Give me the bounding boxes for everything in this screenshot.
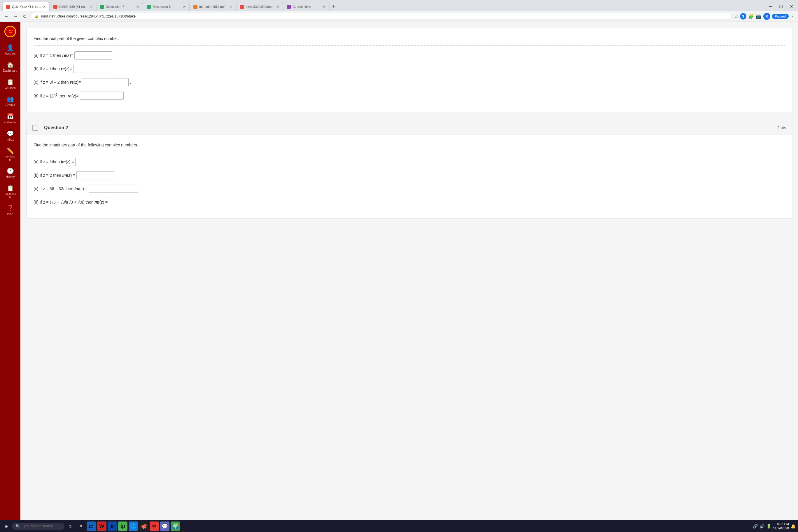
menu-icon[interactable]: ⋮: [791, 14, 795, 19]
q2c-input[interactable]: [89, 185, 138, 193]
sidebar-label-portfolio: Portfoliom: [5, 155, 15, 162]
paused-button[interactable]: Paused: [772, 14, 788, 19]
taskbar-tip[interactable]: tp: [118, 521, 128, 531]
q1b-label: (b) If z = i then re(z)=: [34, 65, 72, 73]
tab-label-pdf: m2-soln-fall19.pdf: [199, 5, 228, 8]
q2d-label: (d) If z = (√3 − √3i)(√3 + √3i) then Im(…: [34, 198, 108, 206]
tab-favicon-pdf: [193, 5, 197, 9]
tab-close-quiz[interactable]: ✕: [43, 5, 46, 9]
sidebar-item-portfolio[interactable]: ✏️ Portfoliom: [0, 145, 20, 165]
network-icon[interactable]: 🔗: [753, 524, 758, 529]
address-bar-actions: ☆ S 🧩 📺 R Paused ⋮: [734, 13, 795, 20]
battery-icon[interactable]: 🔋: [766, 524, 771, 529]
taskbar-search-box[interactable]: 🔍: [12, 523, 64, 530]
sidebar-item-inbox[interactable]: 💬 Inbox: [0, 127, 20, 145]
question-2-card: Question 2 2 pts Find the imaginary part…: [26, 121, 792, 219]
sidebar-logo[interactable]: UNIVMD: [3, 24, 18, 39]
content-area: Find the real part of the given complex …: [20, 22, 798, 520]
tab-disc7[interactable]: Discussion-7 ✕: [96, 2, 143, 11]
tab-ch[interactable]: Course Hero ✕: [283, 2, 329, 11]
s-icon[interactable]: S: [740, 13, 746, 20]
reload-button[interactable]: ↻: [22, 13, 28, 20]
sidebar-item-dashboard[interactable]: 🏠 Dashboard: [0, 58, 20, 76]
sidebar-item-courseeval[interactable]: 📋 CourseEval: [0, 182, 20, 202]
tab-close-notes[interactable]: ✕: [276, 5, 279, 9]
tab-close-disc8[interactable]: ✕: [183, 5, 186, 9]
tab-label-disc8: Discussion 8: [153, 5, 181, 8]
q2-title: Question 2: [44, 125, 68, 130]
q2-points: 2 pts: [777, 126, 786, 130]
q1c-input[interactable]: [82, 78, 129, 86]
tab-quiz[interactable]: Quiz: Quiz #11: co... ✕: [2, 2, 50, 11]
tab-notes[interactable]: cmsc330fall20/not... ✕: [236, 2, 283, 11]
close-button[interactable]: ✕: [787, 3, 796, 10]
q1d-label: (d) If z = (2i)2 then re(z)=: [34, 92, 79, 100]
sidebar-item-courses[interactable]: 📋 Courses: [0, 76, 20, 93]
taskbar-time-text: 8:26 PM: [773, 522, 789, 526]
bookmark-icon[interactable]: ☆: [734, 14, 738, 19]
notification-icon[interactable]: 🔔: [791, 524, 796, 529]
taskbar-task-view[interactable]: ⧉: [76, 521, 86, 531]
forward-button[interactable]: →: [12, 13, 19, 20]
taskbar-git[interactable]: 🐙: [139, 521, 149, 531]
taskbar-date-text: 11/14/2020: [773, 526, 789, 531]
tab-disc8[interactable]: Discussion 8 ✕: [143, 2, 190, 11]
q2b-input[interactable]: [76, 171, 114, 179]
sidebar-item-calendar[interactable]: 📅 Calendar: [0, 110, 20, 127]
q1-part-a: (a) If z = 1 then re(z)= .: [34, 51, 785, 59]
url-input[interactable]: 🔒 umd.instructure.com/courses/1294540/qu…: [30, 13, 732, 20]
q2-flag-checkbox[interactable]: [32, 125, 38, 131]
tab-close-disc7[interactable]: ✕: [136, 5, 139, 9]
taskbar-mail[interactable]: ✉: [150, 521, 159, 531]
history-icon: 🕐: [7, 167, 14, 174]
new-tab-button[interactable]: +: [329, 3, 338, 10]
sidebar-item-help[interactable]: ❓ Help: [0, 202, 20, 219]
tab-close-pdf[interactable]: ✕: [230, 5, 232, 9]
start-button[interactable]: ⊞: [2, 522, 11, 530]
taskbar-cortana[interactable]: ○: [65, 521, 75, 531]
taskbar-search-input[interactable]: [22, 524, 63, 528]
tab-favicon-notes: [240, 5, 244, 9]
taskbar-chrome[interactable]: 🌍: [171, 521, 180, 531]
sidebar-label-groups: Groups: [5, 103, 15, 107]
tab-close-ch[interactable]: ✕: [323, 5, 326, 9]
q1d-input[interactable]: [80, 92, 124, 100]
q1b-input[interactable]: [73, 65, 111, 73]
taskbar-chrome-blue[interactable]: 🌐: [129, 521, 138, 531]
tab-close-cmsc[interactable]: ✕: [90, 5, 93, 9]
q2a-period: .: [114, 158, 115, 166]
extensions-icon[interactable]: 🧩: [748, 14, 754, 19]
profile-avatar[interactable]: R: [763, 13, 770, 20]
taskbar-clock[interactable]: 8:26 PM 11/14/2020: [773, 522, 789, 531]
question-2-header: Question 2 2 pts: [26, 121, 792, 134]
q2c-period: .: [139, 185, 140, 192]
q1-instruction: Find the real part of the given complex …: [34, 35, 785, 42]
question-1-card: Find the real part of the given complex …: [26, 28, 792, 112]
volume-icon[interactable]: 🔊: [760, 524, 764, 529]
sidebar-label-account: Account: [5, 52, 16, 55]
tab-pdf[interactable]: m2-soln-fall19.pdf ✕: [190, 2, 236, 11]
q1d-period: .: [125, 92, 126, 99]
q2d-input[interactable]: [109, 198, 161, 206]
q2a-input[interactable]: [75, 158, 113, 166]
sidebar-label-dashboard: Dashboard: [3, 69, 18, 73]
search-icon: 🔍: [16, 524, 20, 529]
sidebar-item-account[interactable]: 👤 Account: [0, 41, 20, 58]
q1a-label: (a) If z = 1 then re(z)=: [34, 52, 73, 59]
q2b-label: (b) If z = 2 then Im(z) =: [34, 172, 75, 179]
q1a-input[interactable]: [74, 51, 112, 59]
back-button[interactable]: ←: [3, 13, 10, 20]
restore-button[interactable]: ❐: [777, 3, 785, 10]
sidebar-item-history[interactable]: 🕐 History: [0, 165, 20, 182]
taskbar-discord[interactable]: 💬: [160, 521, 169, 531]
tab-cmsc[interactable]: CMSC 330 (81 un... ✕: [50, 2, 96, 11]
taskbar-edge[interactable]: e: [108, 521, 117, 531]
q2-part-c: (c) If z = 66 − 33i then Im(z) = .: [34, 185, 785, 193]
taskbar-word[interactable]: W: [97, 521, 107, 531]
minimize-button[interactable]: ─: [767, 3, 774, 10]
cast-icon[interactable]: 📺: [756, 14, 762, 19]
sidebar-item-groups[interactable]: 👥 Groups: [0, 93, 20, 110]
taskbar-explorer[interactable]: 🗂: [87, 521, 96, 531]
groups-icon: 👥: [7, 96, 14, 103]
tab-label-disc7: Discussion-7: [106, 5, 134, 8]
